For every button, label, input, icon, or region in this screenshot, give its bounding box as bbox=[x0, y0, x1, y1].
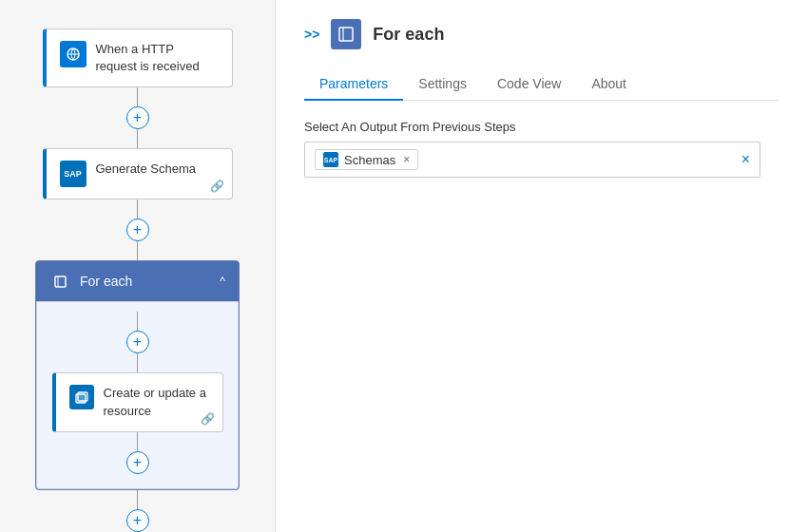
link-icon-1: 🔗 bbox=[210, 180, 224, 193]
parameters-content: Select An Output From Previous Steps SAP… bbox=[304, 120, 779, 178]
tag-sap-icon: SAP bbox=[323, 152, 338, 167]
connector-bottom: + bbox=[126, 490, 149, 532]
foreach-icon bbox=[49, 271, 70, 292]
http-trigger-label: When a HTTP request is received bbox=[96, 41, 219, 75]
sap-icon-1: SAP bbox=[60, 161, 87, 187]
add-step-inner-bottom[interactable]: + bbox=[126, 451, 149, 474]
connector-line-2 bbox=[137, 200, 139, 218]
add-step-inner-top[interactable]: + bbox=[126, 331, 149, 353]
tab-about[interactable]: About bbox=[576, 68, 642, 101]
create-update-resource-node[interactable]: Create or update a resource 🔗 bbox=[52, 372, 223, 431]
output-input-field[interactable]: SAP Schemas × × bbox=[304, 142, 760, 178]
tag-close-button[interactable]: × bbox=[403, 153, 410, 166]
workflow-canvas: When a HTTP request is received + SAP Ge… bbox=[0, 0, 276, 532]
detail-panel: >> For each Parameters Settings Code Vie… bbox=[276, 0, 808, 532]
connector-line-1 bbox=[137, 87, 139, 106]
connector-line-bottom bbox=[137, 490, 139, 509]
generate-schema-label: Generate Schema bbox=[96, 161, 197, 178]
http-icon bbox=[60, 41, 87, 67]
link-icon-2: 🔗 bbox=[201, 412, 215, 426]
tab-code-view[interactable]: Code View bbox=[482, 68, 576, 101]
svg-rect-7 bbox=[339, 28, 353, 41]
add-step-2[interactable]: + bbox=[126, 218, 149, 241]
panel-title: For each bbox=[373, 25, 444, 45]
foreach-header-left: For each bbox=[49, 271, 132, 292]
output-clear-button[interactable]: × bbox=[741, 151, 750, 168]
collapse-button[interactable]: >> bbox=[304, 27, 319, 42]
connector-line-1b bbox=[137, 129, 139, 148]
add-step-1[interactable]: + bbox=[126, 106, 149, 129]
tag-text: Schemas bbox=[344, 153, 395, 167]
schemas-tag: SAP Schemas × bbox=[315, 149, 418, 170]
foreach-collapse-icon[interactable]: ^ bbox=[220, 275, 225, 288]
tab-parameters[interactable]: Parameters bbox=[304, 68, 403, 101]
foreach-line-top bbox=[137, 312, 139, 331]
foreach-inner-connector-bottom: + bbox=[126, 432, 149, 474]
add-step-bottom[interactable]: + bbox=[126, 509, 149, 532]
foreach-header[interactable]: For each ^ bbox=[36, 261, 239, 301]
svg-rect-2 bbox=[55, 276, 66, 287]
connector-1: + bbox=[126, 87, 149, 148]
workflow-nodes: When a HTTP request is received + SAP Ge… bbox=[0, 19, 275, 532]
foreach-body: + Create or update a resource 🔗 bbox=[36, 301, 239, 488]
tag-icon-text: SAP bbox=[324, 157, 337, 163]
foreach-container[interactable]: For each ^ + bbox=[35, 260, 240, 489]
connector-line-2b bbox=[137, 241, 139, 260]
tab-settings[interactable]: Settings bbox=[403, 68, 482, 101]
output-field-label: Select An Output From Previous Steps bbox=[304, 120, 779, 134]
generate-schema-node[interactable]: SAP Generate Schema 🔗 bbox=[43, 148, 233, 200]
foreach-line-bottom bbox=[137, 432, 139, 451]
panel-header-icon bbox=[331, 19, 361, 49]
sap-icon-text: SAP bbox=[64, 169, 82, 179]
foreach-title: For each bbox=[80, 274, 132, 289]
http-trigger-node[interactable]: When a HTTP request is received bbox=[43, 28, 233, 87]
tabs-bar: Parameters Settings Code View About bbox=[304, 68, 779, 101]
connector-2: + bbox=[126, 200, 149, 260]
panel-header: >> For each bbox=[304, 19, 779, 49]
create-update-label: Create or update a resource bbox=[104, 385, 209, 419]
cube-icon bbox=[69, 385, 94, 409]
foreach-line-top2 bbox=[137, 353, 139, 372]
foreach-inner-connector-top: + bbox=[126, 312, 149, 372]
